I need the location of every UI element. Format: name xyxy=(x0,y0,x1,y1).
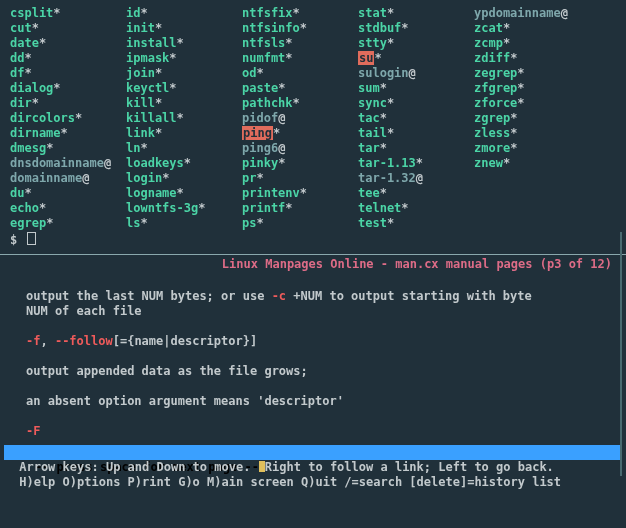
file-name: stat xyxy=(358,6,387,20)
pane-divider xyxy=(0,254,626,255)
manpage-line: NUM of each file xyxy=(26,304,600,319)
file-suffix: * xyxy=(39,36,46,50)
file-suffix: * xyxy=(177,36,184,50)
file-suffix: * xyxy=(401,201,408,215)
listing-entry: zforce* xyxy=(474,96,590,111)
manpage-line xyxy=(26,319,600,334)
listing-entry: egrep* xyxy=(10,216,126,231)
listing-entry: logname* xyxy=(126,186,242,201)
file-name: test xyxy=(358,216,387,230)
file-name: printenv xyxy=(242,186,300,200)
file-name: date xyxy=(10,36,39,50)
file-name: logname xyxy=(126,186,177,200)
listing-entry: id* xyxy=(126,6,242,21)
file-suffix: * xyxy=(293,6,300,20)
file-suffix: * xyxy=(401,21,408,35)
file-suffix: * xyxy=(374,51,381,65)
file-suffix: * xyxy=(32,96,39,110)
listing-entry: zdiff* xyxy=(474,51,590,66)
listing-entry: test* xyxy=(358,216,474,231)
file-suffix: * xyxy=(503,156,510,170)
file-name: tac xyxy=(358,111,380,125)
listing-entry: ps* xyxy=(242,216,358,231)
file-suffix: * xyxy=(380,186,387,200)
manpage-title: Linux Manpages Online - man.cx manual pa… xyxy=(10,257,616,272)
file-suffix: * xyxy=(278,81,285,95)
file-name: tar-1.32 xyxy=(358,171,416,185)
file-name: tar xyxy=(358,141,380,155)
file-name: tar-1.13 xyxy=(358,156,416,170)
file-name: ls xyxy=(126,216,140,230)
file-suffix: * xyxy=(503,21,510,35)
listing-entry: tee* xyxy=(358,186,474,201)
file-suffix: * xyxy=(285,36,292,50)
terminal-screen[interactable]: csplit*cut*date*dd*df*dialog*dir*dircolo… xyxy=(0,0,626,528)
listing-entry: dircolors* xyxy=(10,111,126,126)
listing-entry: domainname@ xyxy=(10,171,126,186)
file-name: lowntfs-3g xyxy=(126,201,198,215)
listing-entry: du* xyxy=(10,186,126,201)
file-suffix: * xyxy=(177,186,184,200)
file-suffix: @ xyxy=(416,171,423,185)
file-suffix: * xyxy=(278,156,285,170)
file-name: dirname xyxy=(10,126,61,140)
listing-entry: stat* xyxy=(358,6,474,21)
listing-column: ypdomainname@zcat*zcmp*zdiff*zegrep*zfgr… xyxy=(474,6,590,231)
file-name: ping6 xyxy=(242,141,278,155)
manpage-line xyxy=(26,379,600,394)
listing-entry: cut* xyxy=(10,21,126,36)
file-suffix: @ xyxy=(409,66,416,80)
listing-entry: dirname* xyxy=(10,126,126,141)
listing-entry: ipmask* xyxy=(126,51,242,66)
file-suffix: * xyxy=(24,51,31,65)
file-suffix: * xyxy=(387,126,394,140)
listing-entry: sulogin@ xyxy=(358,66,474,81)
listing-entry: znew* xyxy=(474,156,590,171)
file-suffix: * xyxy=(256,216,263,230)
file-name: dd xyxy=(10,51,24,65)
manpage-line: an absent option argument means 'descrip… xyxy=(26,394,600,409)
file-name: ln xyxy=(126,141,140,155)
listing-entry: paste* xyxy=(242,81,358,96)
file-name: dircolors xyxy=(10,111,75,125)
pager-prompt[interactable]: -- press space for next page -- xyxy=(4,445,622,460)
listing-entry: su* xyxy=(358,51,474,66)
listing-entry: install* xyxy=(126,36,242,51)
file-suffix: * xyxy=(293,96,300,110)
file-name: join xyxy=(126,66,155,80)
listing-entry: keyctl* xyxy=(126,81,242,96)
file-name: zforce xyxy=(474,96,517,110)
file-name: zdiff xyxy=(474,51,510,65)
file-name: du xyxy=(10,186,24,200)
file-suffix: * xyxy=(517,96,524,110)
file-name: dnsdomainname xyxy=(10,156,104,170)
file-name: paste xyxy=(242,81,278,95)
file-name: pinky xyxy=(242,156,278,170)
file-name: egrep xyxy=(10,216,46,230)
listing-column: stat*stdbuf*stty*su*sulogin@sum*sync*tac… xyxy=(358,6,474,231)
shell-prompt-row[interactable]: $ xyxy=(10,232,616,248)
listing-entry: ls* xyxy=(126,216,242,231)
file-name: zmore xyxy=(474,141,510,155)
file-name: tail xyxy=(358,126,387,140)
listing-entry: pidof@ xyxy=(242,111,358,126)
file-suffix: * xyxy=(169,81,176,95)
file-suffix: * xyxy=(285,201,292,215)
file-name: ipmask xyxy=(126,51,169,65)
file-suffix: * xyxy=(162,171,169,185)
file-name: printf xyxy=(242,201,285,215)
listing-column: id*init*install*ipmask*join*keyctl*kill*… xyxy=(126,6,242,231)
listing-entry: dnsdomainname@ xyxy=(10,156,126,171)
file-suffix: * xyxy=(387,216,394,230)
help-line-2: H)elp O)ptions P)rint G)o M)ain screen Q… xyxy=(12,475,614,490)
file-suffix: * xyxy=(184,156,191,170)
file-name: id xyxy=(126,6,140,20)
file-name: pr xyxy=(242,171,256,185)
listing-entry: loadkeys* xyxy=(126,156,242,171)
listing-entry: tar-1.13* xyxy=(358,156,474,171)
file-suffix: @ xyxy=(82,171,89,185)
listing-entry: dir* xyxy=(10,96,126,111)
file-name: killall xyxy=(126,111,177,125)
file-suffix: * xyxy=(155,66,162,80)
listing-entry: dmesg* xyxy=(10,141,126,156)
